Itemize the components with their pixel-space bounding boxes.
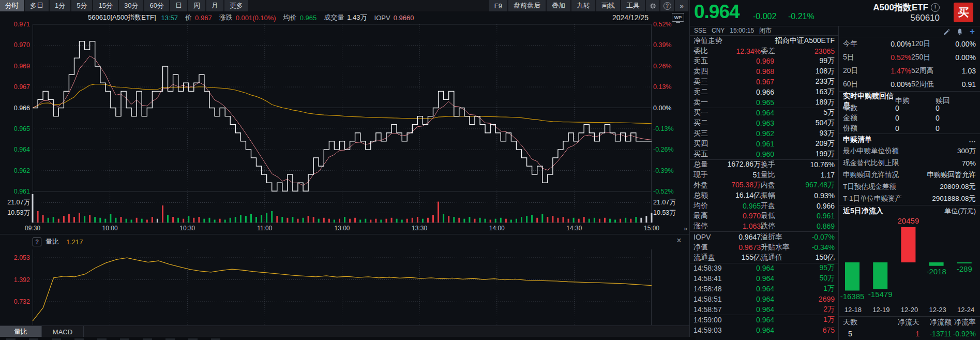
- stat-row: 总额16.14亿振幅0.93%: [690, 190, 838, 201]
- bid-row[interactable]: 买四0.961209万: [690, 139, 838, 149]
- tick-row: 14:58:480.9641万: [690, 284, 838, 294]
- market-status: 闭市: [759, 26, 772, 35]
- ask-price: 0.966: [722, 88, 774, 96]
- perf-value: 0.00%: [946, 40, 976, 48]
- stat-row: 现手51量比1.17: [690, 170, 838, 180]
- ask-price: 0.967: [722, 78, 774, 86]
- value: -0.34%: [800, 243, 835, 252]
- toolbar-expand-icon[interactable]: »: [675, 0, 688, 11]
- netflow-footer-value: -0.92%: [952, 330, 976, 338]
- indicator-tab-量比[interactable]: 量比: [0, 326, 42, 337]
- liangbi-axis-label: 2.053: [0, 254, 30, 262]
- period-toolbar: 分时多日1分5分15分30分60分日周月更多 F9盘前盘后叠加九转画线工具 ? …: [0, 0, 689, 11]
- period-tab-日[interactable]: 日: [170, 0, 187, 11]
- tick-volume: 1万: [774, 284, 835, 293]
- tick-time: 14:58:48: [693, 285, 722, 293]
- percent-axis-label: 0.52%: [653, 20, 687, 28]
- tick-time: 14:58:51: [693, 295, 722, 303]
- rt-label: 份额: [843, 124, 895, 133]
- tool-item-九转[interactable]: 九转: [571, 0, 595, 11]
- add-plus-icon[interactable]: +: [970, 28, 975, 35]
- subchart-close-icon[interactable]: ×: [674, 236, 684, 245]
- intraday-info-bar: 560610[A500指数ETF] 13:57 价 0.967 涨跌 0.001…: [0, 11, 689, 24]
- realtime-row: 份额00: [839, 123, 980, 134]
- alert-bell-icon[interactable]: [956, 28, 963, 35]
- ask-row[interactable]: 卖五0.96999万: [690, 56, 838, 67]
- bid-row[interactable]: 买五0.960199万: [690, 149, 838, 159]
- more-ellipsis[interactable]: …: [969, 136, 976, 144]
- period-tab-周[interactable]: 周: [188, 0, 205, 11]
- performance-row: 60日0.00%52周低0.91: [839, 78, 980, 91]
- ask-price: 0.969: [722, 57, 774, 65]
- shenshu-section-header: 申赎清单 …: [839, 134, 980, 145]
- indicator-help-icon[interactable]: ?: [33, 238, 41, 246]
- tick-volume: 2万: [774, 305, 835, 314]
- ask-row[interactable]: 卖四0.968108万: [690, 66, 838, 77]
- price-axis-label: 0.964: [0, 145, 30, 154]
- percent-axis-label: 0.26%: [653, 62, 687, 70]
- ask-label: 卖一: [693, 98, 722, 107]
- price-axis-label: 0.969: [0, 62, 30, 70]
- value: 0.970: [726, 212, 761, 220]
- tool-item-工具[interactable]: 工具: [621, 0, 645, 11]
- help-icon[interactable]: ?: [660, 0, 674, 11]
- netflow-date: 12-24: [952, 306, 980, 315]
- ask-row[interactable]: 卖二0.966163万: [690, 87, 838, 97]
- perf-label: 20日: [843, 66, 868, 76]
- tick-price: 0.964: [722, 305, 774, 314]
- value: -0.07%: [800, 233, 835, 241]
- volume-axis-label: 10.53万: [653, 209, 687, 217]
- buy-button[interactable]: 买: [954, 3, 973, 22]
- info-icon[interactable]: !: [931, 3, 940, 12]
- bid-volume: 504万: [774, 119, 835, 128]
- perf-value: 1.03: [946, 67, 976, 75]
- tick-price: 0.964: [722, 316, 774, 324]
- period-tab-更多[interactable]: 更多: [224, 0, 248, 11]
- value: 967.48万: [800, 181, 835, 190]
- period-tab-多日[interactable]: 多日: [25, 0, 49, 11]
- period-tab-30分[interactable]: 30分: [119, 0, 143, 11]
- period-tab-15分[interactable]: 15分: [93, 0, 117, 11]
- value: 0.966: [800, 202, 835, 210]
- value: 10.76%: [800, 160, 835, 169]
- bid-label: 买二: [693, 119, 722, 128]
- period-tab-月[interactable]: 月: [206, 0, 223, 11]
- settings-gear-icon[interactable]: [646, 0, 659, 11]
- tool-item-画线[interactable]: 画线: [596, 0, 620, 11]
- period-tab-5分[interactable]: 5分: [71, 0, 92, 11]
- indicator-tab-MACD[interactable]: MACD: [42, 326, 84, 337]
- value: 1672.86万: [726, 160, 761, 169]
- ask-row[interactable]: 卖三0.967233万: [690, 77, 838, 87]
- svg-text:-15479: -15479: [868, 290, 893, 299]
- edit-pencil-icon[interactable]: [943, 28, 950, 35]
- ask-volume: 233万: [774, 77, 835, 86]
- bid-row[interactable]: 买一0.9645万: [690, 108, 838, 119]
- indicator-name: 量比: [46, 237, 59, 246]
- value: 0.869: [800, 222, 835, 230]
- bid-row[interactable]: 买二0.963504万: [690, 118, 838, 128]
- period-tab-分时[interactable]: 分时: [0, 0, 24, 11]
- panel-collapse-handle[interactable]: »: [684, 225, 687, 232]
- value: 1.063: [726, 222, 761, 230]
- period-tab-60分[interactable]: 60分: [144, 0, 169, 11]
- bid-label: 买四: [693, 139, 722, 149]
- indicator-tabs: 量比MACD: [0, 326, 689, 337]
- tool-item-盘前盘后[interactable]: 盘前盘后: [508, 0, 546, 11]
- bid-row[interactable]: 买三0.96293万: [690, 128, 838, 139]
- tool-item-叠加[interactable]: 叠加: [547, 0, 570, 11]
- bid-label: 买五: [693, 150, 722, 159]
- period-tab-1分[interactable]: 1分: [50, 0, 70, 11]
- bid-price: 0.961: [722, 140, 774, 148]
- tool-items: F9盘前盘后叠加九转画线工具: [489, 0, 646, 11]
- time-axis-label: 09:30: [25, 225, 40, 232]
- value: 51: [726, 171, 761, 179]
- perf-label: 52周低: [911, 80, 946, 89]
- netflow-unit: 单位(万元): [944, 206, 976, 216]
- ask-row[interactable]: 卖一0.965189万: [690, 97, 838, 108]
- percent-axis-label: -0.52%: [653, 187, 687, 196]
- tool-item-F9[interactable]: F9: [489, 0, 507, 11]
- quote-rows: 净值走势招商中证A500ETF委比12.34%委差23065卖五0.96999万…: [690, 36, 838, 335]
- tick-volume: 1万: [774, 315, 835, 324]
- bid-price: 0.960: [722, 150, 774, 158]
- bid-price: 0.962: [722, 129, 774, 138]
